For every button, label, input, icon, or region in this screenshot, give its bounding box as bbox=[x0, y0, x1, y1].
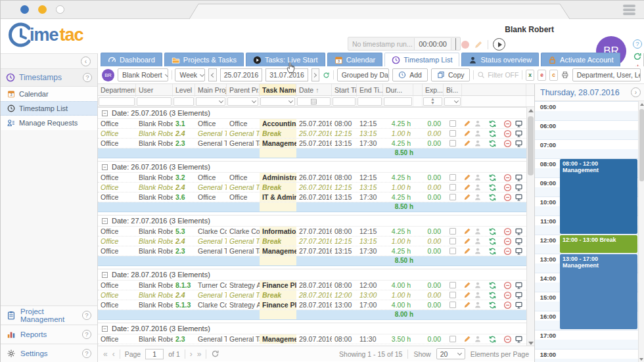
monitor-icon[interactable] bbox=[515, 139, 523, 148]
user-select[interactable]: Blank Robert bbox=[118, 68, 168, 81]
monitor-icon[interactable] bbox=[515, 281, 523, 290]
edit-icon[interactable] bbox=[463, 291, 471, 299]
assign-user-icon[interactable] bbox=[474, 247, 482, 255]
timestamp-widget[interactable]: No timestamp run... 00:00:00 bbox=[348, 37, 461, 51]
column-header-department[interactable]: Department bbox=[98, 84, 136, 95]
billable-checkbox[interactable] bbox=[449, 292, 456, 298]
billable-checkbox[interactable] bbox=[449, 228, 456, 235]
assign-user-icon[interactable] bbox=[474, 183, 482, 191]
monitor-icon[interactable] bbox=[515, 173, 523, 182]
play-button[interactable] bbox=[493, 38, 505, 51]
export-csv-button[interactable]: c bbox=[549, 70, 558, 81]
window-button-yellow[interactable] bbox=[38, 5, 47, 14]
billable-checkbox[interactable] bbox=[449, 120, 456, 127]
billable-checkbox[interactable] bbox=[449, 194, 456, 200]
prev-page-button[interactable]: ‹ bbox=[112, 350, 115, 359]
sync-icon[interactable] bbox=[488, 247, 497, 256]
assign-user-icon[interactable] bbox=[474, 291, 482, 299]
record-icon[interactable] bbox=[461, 41, 469, 49]
refresh-icon[interactable] bbox=[633, 52, 642, 61]
remove-icon[interactable] bbox=[503, 247, 512, 256]
calendar-event[interactable]: 12:00 - 13:00 Break bbox=[560, 235, 637, 253]
column-header-blank[interactable] bbox=[462, 84, 526, 95]
reload-icon[interactable] bbox=[323, 70, 330, 80]
assign-user-icon[interactable] bbox=[474, 173, 482, 181]
sidebar-item-settings[interactable]: Settings ? bbox=[1, 344, 97, 362]
assign-user-icon[interactable] bbox=[474, 281, 482, 289]
monitor-icon[interactable] bbox=[515, 335, 523, 344]
edit-icon[interactable] bbox=[463, 237, 471, 245]
sync-icon[interactable] bbox=[488, 227, 497, 236]
column-header-main-proj-[interactable]: Main Proj... bbox=[195, 84, 227, 95]
column-header-task-name[interactable]: Task Name bbox=[260, 84, 296, 95]
timestamp-row[interactable]: OfficeBlank Robert2.3General Tas...Gener… bbox=[98, 246, 534, 256]
edit-icon[interactable] bbox=[463, 281, 471, 289]
hamburger-menu-icon[interactable] bbox=[623, 5, 635, 15]
timestamp-row[interactable]: OfficeBlank Robert3.6OfficeOfficeIT & Ad… bbox=[98, 192, 534, 202]
scroll-up-icon[interactable] bbox=[528, 109, 534, 112]
column-header-user[interactable]: User bbox=[136, 84, 173, 95]
column-header-blank[interactable] bbox=[413, 84, 423, 95]
remove-icon[interactable] bbox=[503, 173, 512, 182]
range-select[interactable]: Week bbox=[175, 68, 205, 81]
remove-icon[interactable] bbox=[503, 139, 512, 148]
billable-checkbox[interactable] bbox=[449, 248, 456, 254]
sync-icon[interactable] bbox=[488, 129, 497, 138]
sidebar-item-manage-requests[interactable]: Manage Requests bbox=[1, 116, 97, 130]
panel-expand-icon[interactable]: › bbox=[631, 87, 641, 97]
remove-icon[interactable] bbox=[503, 227, 512, 236]
assign-user-icon[interactable] bbox=[474, 237, 482, 245]
monitor-icon[interactable] bbox=[515, 301, 523, 309]
billable-checkbox[interactable] bbox=[449, 302, 456, 308]
column-header-dur-[interactable]: Dur... bbox=[383, 84, 413, 95]
assign-user-icon[interactable] bbox=[474, 227, 482, 235]
column-header-level[interactable]: Level bbox=[173, 84, 195, 95]
group-header[interactable]: −Date: 28.07.2016 (3 Elements) bbox=[98, 269, 534, 281]
collapse-group-icon[interactable]: − bbox=[102, 326, 108, 332]
date-from-field[interactable]: 25.07.2016 bbox=[220, 68, 263, 81]
group-header[interactable]: −Date: 27.07.2016 (3 Elements) bbox=[98, 215, 534, 227]
timestamp-row[interactable]: OfficeBlank Robert2.4General Tas...Gener… bbox=[98, 129, 534, 139]
sync-icon[interactable] bbox=[488, 183, 497, 192]
help-icon[interactable]: ? bbox=[82, 330, 91, 339]
sync-icon[interactable] bbox=[488, 193, 497, 202]
billable-checkbox[interactable] bbox=[449, 130, 456, 137]
group-header[interactable]: −Date: 25.07.2016 (3 Elements) bbox=[98, 107, 534, 119]
edit-icon[interactable] bbox=[463, 173, 471, 181]
group-header[interactable]: −Date: 26.07.2016 (3 Elements) bbox=[98, 161, 534, 173]
add-button[interactable]: Add bbox=[392, 68, 428, 81]
collapse-group-icon[interactable]: − bbox=[102, 110, 108, 116]
timestamp-row[interactable]: OfficeBlank Robert5.3Clarke Cons...Clark… bbox=[98, 227, 534, 237]
group-header[interactable]: −Date: 29.07.2016 (3 Elements) bbox=[98, 323, 534, 334]
grid-scrollbar[interactable] bbox=[526, 107, 534, 347]
timestamp-row[interactable]: OfficeBlank Robert5.1.3Clarke Cons...Str… bbox=[98, 300, 534, 310]
remove-icon[interactable] bbox=[503, 183, 512, 192]
tab-dashboard[interactable]: Dashboard bbox=[101, 53, 162, 66]
filter-input[interactable] bbox=[357, 97, 382, 106]
timestamp-row[interactable]: OfficeBlank Robert2.4General Tas...Gener… bbox=[98, 290, 534, 300]
sidebar-item-calendar[interactable]: 3 Calendar bbox=[1, 87, 97, 101]
column-config-select[interactable]: Department, User, Level, M bbox=[572, 68, 641, 81]
sync-icon[interactable] bbox=[488, 301, 497, 309]
filter-input[interactable] bbox=[173, 97, 194, 106]
sync-icon[interactable] bbox=[488, 335, 497, 344]
section-help-icon[interactable]: ? bbox=[83, 73, 92, 82]
assign-user-icon[interactable] bbox=[474, 301, 482, 309]
group-by-select[interactable]: Grouped by Date bbox=[337, 68, 390, 81]
assign-user-icon[interactable] bbox=[474, 335, 482, 343]
window-button-blue[interactable] bbox=[20, 5, 29, 14]
edit-icon[interactable] bbox=[463, 139, 471, 147]
scrollbar-thumb[interactable] bbox=[528, 116, 534, 175]
filter-input[interactable] bbox=[227, 97, 258, 106]
tab-activate-account[interactable]: Activate Account bbox=[541, 53, 620, 66]
edit-icon[interactable] bbox=[463, 193, 471, 201]
scroll-down-icon[interactable] bbox=[639, 358, 643, 361]
page-input[interactable]: 1 bbox=[145, 349, 164, 359]
export-excel-button[interactable]: x bbox=[526, 70, 534, 81]
timestamp-row[interactable]: OfficeBlank Robert2.3General Tas...Gener… bbox=[98, 139, 534, 148]
sidebar-item-timestamp-list[interactable]: Timestamp List bbox=[1, 101, 97, 116]
filter-toggle[interactable]: Filter OFF bbox=[477, 71, 518, 79]
scroll-down-icon[interactable] bbox=[528, 342, 534, 345]
calendar-scrollbar[interactable] bbox=[638, 101, 644, 362]
filter-input[interactable] bbox=[297, 97, 331, 106]
